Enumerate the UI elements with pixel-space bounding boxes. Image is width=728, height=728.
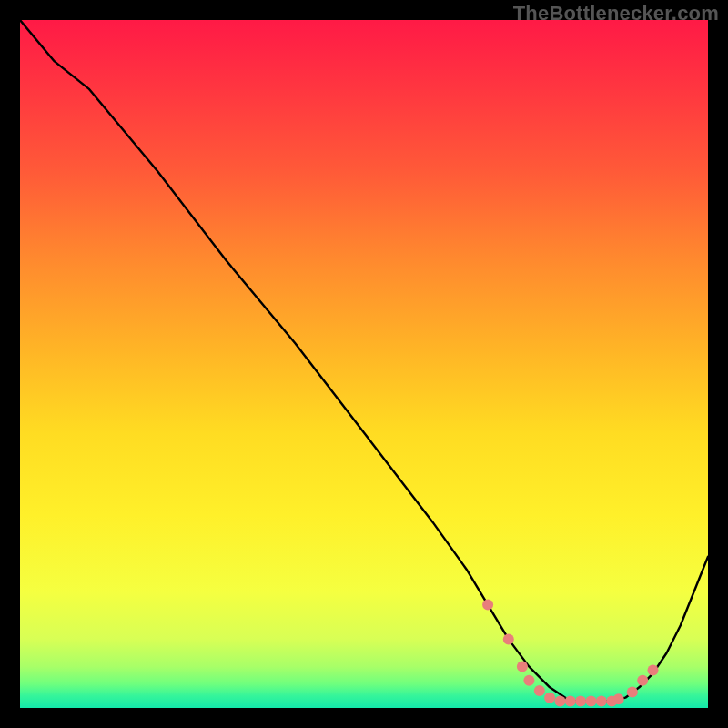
marker-dot xyxy=(565,695,576,706)
bottleneck-chart xyxy=(20,20,708,708)
chart-stage: TheBottlenecker.com xyxy=(0,0,728,728)
marker-dot xyxy=(575,695,586,706)
marker-dot xyxy=(523,675,534,686)
marker-dot xyxy=(586,695,597,706)
marker-dot xyxy=(517,662,528,672)
marker-dot xyxy=(648,664,659,675)
gradient-background xyxy=(20,20,708,708)
marker-dot xyxy=(482,600,493,611)
marker-dot xyxy=(534,685,545,696)
marker-dot xyxy=(503,633,514,644)
marker-dot xyxy=(637,675,648,686)
marker-dot xyxy=(613,693,624,704)
marker-dot xyxy=(544,693,555,703)
marker-dot xyxy=(555,695,566,706)
marker-dot xyxy=(596,695,607,706)
marker-dot xyxy=(627,687,638,698)
